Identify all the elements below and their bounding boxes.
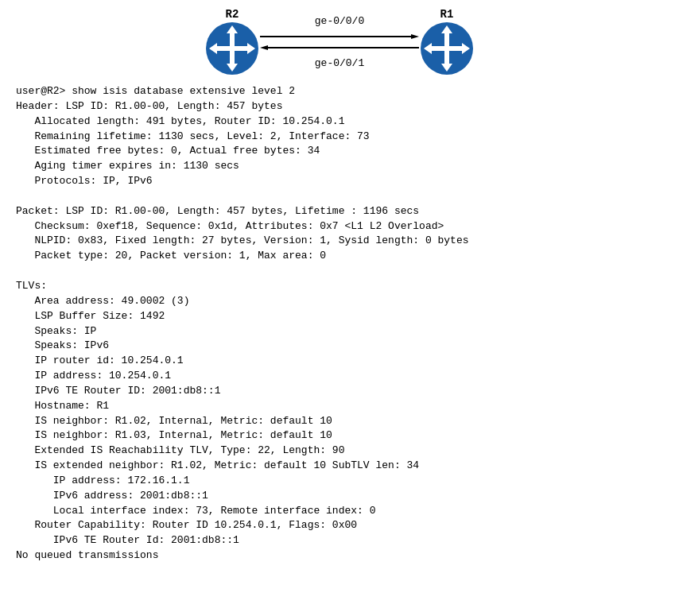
link-bottom-label: ge-0/0/1: [315, 57, 364, 69]
terminal-line: Allocated length: 491 bytes, Router ID: …: [16, 114, 663, 130]
network-diagram: R2 ge-0/0/0: [8, 8, 671, 76]
router-r2: R2: [204, 8, 260, 76]
router-r2-label: R2: [226, 8, 239, 21]
router-r2-icon: [204, 21, 260, 76]
terminal-output: user@R2> show isis database extensive le…: [8, 84, 671, 564]
svg-marker-6: [260, 45, 268, 50]
router-r1: R1: [419, 8, 475, 76]
terminal-line: IP router id: 10.254.0.1: [16, 354, 663, 369]
terminal-line: Remaining lifetime: 1130 secs, Level: 2,…: [16, 130, 663, 145]
terminal-line: Header: LSP ID: R1.00-00, Length: 457 by…: [16, 99, 663, 114]
terminal-line: IS extended neighbor: R1.02, Metric: def…: [16, 459, 663, 474]
terminal-line: Router Capability: Router ID 10.254.0.1,…: [16, 518, 663, 533]
link-lines-svg: [260, 30, 419, 54]
svg-marker-4: [411, 34, 419, 39]
terminal-line: TLVs:: [16, 279, 663, 294]
terminal-line: IS neighbor: R1.02, Internal, Metric: de…: [16, 414, 663, 429]
terminal-line: Area address: 49.0002 (3): [16, 294, 663, 309]
terminal-line: Extended IS Reachability TLV, Type: 22, …: [16, 444, 663, 459]
terminal-line: Local interface index: 73, Remote interf…: [16, 504, 663, 519]
terminal-line: Packet: LSP ID: R1.00-00, Length: 457 by…: [16, 204, 663, 219]
terminal-line: Speaks: IPv6: [16, 339, 663, 354]
terminal-line: Estimated free bytes: 0, Actual free byt…: [16, 144, 663, 159]
terminal-line: [16, 264, 663, 279]
terminal-line: IPv6 TE Router ID: 2001:db8::1: [16, 384, 663, 399]
terminal-line: Checksum: 0xef18, Sequence: 0x1d, Attrib…: [16, 219, 663, 234]
terminal-line: IPv6 address: 2001:db8::1: [16, 489, 663, 504]
router-r1-label: R1: [440, 8, 454, 21]
terminal-line: user@R2> show isis database extensive le…: [16, 84, 663, 99]
terminal-line: LSP Buffer Size: 1492: [16, 309, 663, 324]
terminal-line: Packet type: 20, Packet version: 1, Max …: [16, 249, 663, 264]
terminal-line: IPv6 TE Router Id: 2001:db8::1: [16, 533, 663, 548]
terminal-line: IP address: 172.16.1.1: [16, 474, 663, 489]
terminal-line: Aging timer expires in: 1130 secs: [16, 159, 663, 174]
terminal-line: Speaks: IP: [16, 324, 663, 339]
terminal-line: IP address: 10.254.0.1: [16, 369, 663, 384]
terminal-line: [16, 189, 663, 204]
connection-lines: ge-0/0/0 ge-0/0/1: [260, 15, 419, 69]
link-top-label: ge-0/0/0: [315, 15, 364, 27]
router-r1-icon: [419, 21, 475, 76]
terminal-line: Protocols: IP, IPv6: [16, 174, 663, 189]
terminal-line: NLPID: 0x83, Fixed length: 27 bytes, Ver…: [16, 234, 663, 249]
terminal-line: IS neighbor: R1.03, Internal, Metric: de…: [16, 428, 663, 444]
terminal-line: Hostname: R1: [16, 399, 663, 414]
terminal-line: No queued transmissions: [16, 548, 663, 564]
